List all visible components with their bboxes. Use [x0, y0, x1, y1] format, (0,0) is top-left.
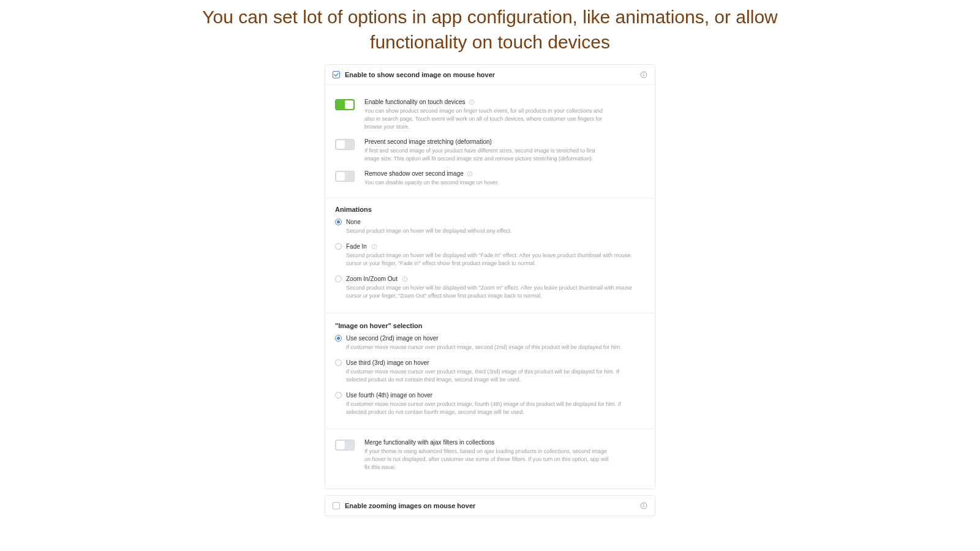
toggle-prevent-stretch[interactable]	[335, 139, 355, 150]
option-touch-devices: Enable functionality on touch devices Yo…	[333, 90, 647, 136]
hover-option-second: Use second (2nd) image on hover If custo…	[333, 332, 647, 356]
svg-point-13	[404, 278, 405, 279]
section-hover-selection-title: "Image on hover" selection	[333, 318, 647, 332]
radio-anim-zoom[interactable]	[335, 276, 342, 282]
info-icon[interactable]	[402, 276, 408, 282]
card-header-label: Enable to show second image on mouse hov…	[345, 71, 495, 78]
svg-rect-5	[471, 102, 472, 103]
option-desc: If your theme is using advanced filters,…	[364, 448, 609, 471]
divider	[325, 198, 655, 198]
svg-point-4	[471, 100, 472, 101]
svg-point-1	[643, 73, 644, 73]
svg-rect-8	[469, 173, 470, 175]
toggle-touch-devices[interactable]	[335, 99, 355, 110]
toggle-remove-shadow[interactable]	[335, 171, 355, 182]
checkbox-enable-zoom[interactable]	[333, 502, 340, 509]
hover-option-third: Use third (3rd) image on hover If custom…	[333, 356, 647, 389]
svg-point-16	[643, 504, 644, 504]
svg-rect-17	[643, 505, 644, 507]
info-icon[interactable]	[467, 171, 473, 177]
card-zoom-images: Enable zooming images on mouse hover	[325, 495, 655, 516]
info-icon[interactable]	[371, 244, 377, 250]
card-header-label: Enable zooming images on mouse hover	[345, 502, 475, 509]
radio-anim-fade[interactable]	[335, 243, 342, 250]
radio-label: Use fourth (4th) image on hover	[346, 392, 432, 399]
radio-desc: If customer move mouse cursor over produ…	[346, 400, 634, 416]
radio-hover-third[interactable]	[335, 359, 342, 366]
option-label: Remove shadow over second image	[364, 170, 464, 177]
option-label: Prevent second image stretching (deforma…	[364, 138, 492, 145]
info-icon[interactable]	[640, 71, 647, 78]
info-icon[interactable]	[640, 502, 647, 509]
checkbox-enable-second-image[interactable]	[333, 71, 340, 78]
radio-label: None	[346, 219, 361, 225]
option-desc: If first and second image of your produc…	[364, 147, 609, 163]
radio-anim-none[interactable]	[335, 219, 342, 225]
divider	[325, 313, 655, 313]
svg-point-10	[374, 245, 374, 246]
card-body: Enable functionality on touch devices Yo…	[325, 85, 655, 489]
svg-rect-2	[643, 74, 644, 76]
svg-rect-11	[374, 246, 375, 248]
toggle-merge-ajax[interactable]	[335, 440, 355, 451]
radio-desc: If customer move mouse cursor over produ…	[346, 368, 634, 384]
radio-hover-second[interactable]	[335, 335, 342, 342]
radio-desc: Second product image on hover will be di…	[346, 227, 634, 235]
option-prevent-stretch: Prevent second image stretching (deforma…	[333, 136, 647, 168]
anim-option-none: None Second product image on hover will …	[333, 216, 647, 240]
option-desc: You can disable opacity on the second im…	[364, 179, 609, 187]
page-title: You can set lot of options in app config…	[153, 0, 827, 62]
anim-option-zoom: Zoom In/Zoom Out Second product image on…	[333, 272, 647, 305]
check-icon	[334, 72, 339, 77]
info-icon[interactable]	[469, 99, 475, 105]
anim-option-fade: Fade In Second product image on hover wi…	[333, 240, 647, 272]
option-merge-ajax: Merge functionality with ajax filters in…	[333, 434, 647, 480]
option-remove-shadow: Remove shadow over second image You can …	[333, 168, 647, 192]
svg-rect-14	[405, 279, 405, 280]
option-desc: You can show product second image on fin…	[364, 107, 609, 131]
radio-desc: If customer move mouse cursor over produ…	[346, 343, 634, 351]
card-header: Enable to show second image on mouse hov…	[325, 65, 655, 85]
radio-label: Zoom In/Zoom Out	[346, 276, 398, 282]
option-label: Merge functionality with ajax filters in…	[364, 439, 494, 446]
radio-label: Use second (2nd) image on hover	[346, 335, 439, 342]
section-animations-title: Animations	[333, 202, 647, 216]
radio-desc: Second product image on hover will be di…	[346, 252, 634, 268]
option-label: Enable functionality on touch devices	[364, 99, 466, 105]
radio-hover-fourth[interactable]	[335, 392, 342, 399]
radio-label: Use third (3rd) image on hover	[346, 359, 429, 366]
svg-point-7	[469, 172, 470, 173]
card-header: Enable zooming images on mouse hover	[325, 496, 655, 515]
hover-option-fourth: Use fourth (4th) image on hover If custo…	[333, 389, 647, 421]
radio-desc: Second product image on hover will be di…	[346, 284, 634, 300]
radio-label: Fade In	[346, 243, 367, 250]
divider	[325, 429, 655, 429]
card-second-image: Enable to show second image on mouse hov…	[325, 64, 655, 489]
